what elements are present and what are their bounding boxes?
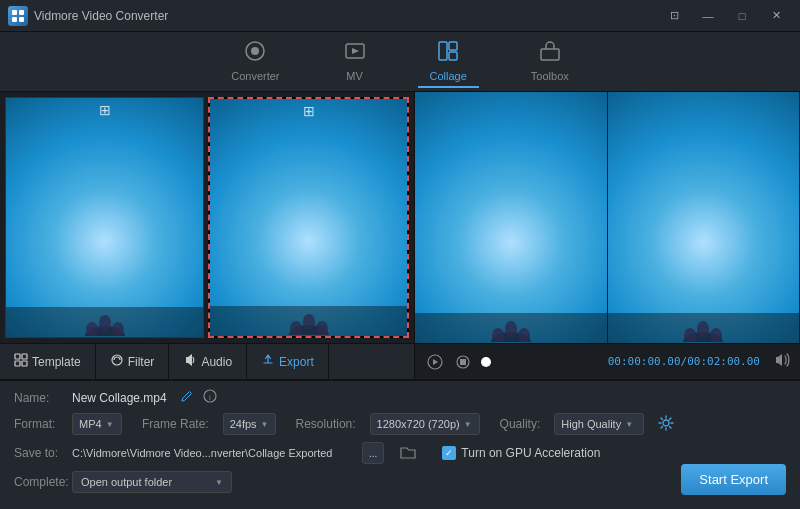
subtitle-button[interactable]: ⊡ — [658, 6, 690, 26]
gpu-row: ✓ Turn on GPU Acceleration — [442, 446, 600, 460]
stop-button[interactable] — [453, 352, 473, 372]
svg-rect-19 — [15, 354, 20, 359]
minimize-button[interactable]: — — [692, 6, 724, 26]
title-bar-left: Vidmore Video Converter — [8, 6, 168, 26]
svg-point-5 — [251, 47, 259, 55]
right-panel: 00:00:00.00/00:02:00.00 — [415, 92, 800, 379]
svg-rect-0 — [12, 10, 17, 15]
window-controls: ⊡ — □ ✕ — [658, 6, 792, 26]
frame-rate-value: 24fps — [230, 418, 257, 430]
toolbox-icon — [539, 40, 561, 67]
svg-rect-20 — [22, 354, 27, 359]
browse-button[interactable]: ... — [362, 442, 384, 464]
format-dropdown[interactable]: MP4 ▼ — [72, 413, 122, 435]
mv-label: MV — [346, 70, 363, 82]
name-row: Name: New Collage.mp4 i — [14, 389, 786, 406]
info-icon[interactable]: i — [203, 389, 217, 406]
progress-dot — [481, 357, 491, 367]
svg-point-13 — [86, 322, 98, 336]
cell-2-header: ⊞ — [303, 103, 315, 119]
svg-point-16 — [303, 314, 315, 330]
svg-point-27 — [518, 328, 530, 342]
svg-point-30 — [684, 328, 696, 342]
video-cell-2[interactable]: ⊞ — [208, 97, 409, 338]
tab-mv[interactable]: MV — [332, 36, 378, 88]
svg-point-12 — [99, 315, 111, 331]
format-value: MP4 — [79, 418, 102, 430]
gpu-label: Turn on GPU Acceleration — [461, 446, 600, 460]
collage-label: Collage — [430, 70, 467, 82]
name-label: Name: — [14, 391, 62, 405]
tab-toolbox[interactable]: Toolbox — [519, 36, 581, 88]
tab-collage[interactable]: Collage — [418, 36, 479, 88]
svg-point-31 — [710, 328, 722, 342]
gear-icon[interactable] — [658, 415, 674, 434]
maximize-button[interactable]: □ — [726, 6, 758, 26]
right-video-cell-2 — [608, 92, 801, 343]
cell-1-header: ⊞ — [99, 102, 111, 118]
export-icon — [261, 353, 275, 370]
toolbox-label: Toolbox — [531, 70, 569, 82]
tab-converter[interactable]: Converter — [219, 36, 291, 88]
start-export-button[interactable]: Start Export — [681, 464, 786, 495]
left-panel: ⊞ ⊞ — [0, 92, 415, 379]
svg-rect-34 — [460, 359, 466, 365]
close-button[interactable]: ✕ — [760, 6, 792, 26]
frame-rate-label: Frame Rate: — [142, 417, 209, 431]
converter-icon — [244, 40, 266, 67]
filter-icon — [110, 353, 124, 370]
audio-icon — [183, 353, 197, 370]
edit-icon[interactable] — [181, 390, 193, 405]
name-value: New Collage.mp4 — [72, 391, 167, 405]
template-icon — [14, 353, 28, 370]
video-cell-1[interactable]: ⊞ — [5, 97, 204, 338]
save-to-label: Save to: — [14, 446, 62, 460]
svg-point-29 — [697, 321, 709, 337]
video-preview-2: ⊞ — [210, 99, 407, 336]
collage-icon — [437, 40, 459, 67]
export-button[interactable]: Export — [247, 344, 329, 379]
quality-value: High Quality — [561, 418, 621, 430]
right-preview — [415, 92, 800, 343]
left-toolbar: Template Filter Audio — [0, 343, 414, 379]
folder-icon[interactable] — [400, 445, 416, 462]
svg-rect-9 — [449, 52, 457, 60]
complete-label: Complete: — [14, 475, 62, 489]
svg-rect-2 — [12, 17, 17, 22]
template-button[interactable]: Template — [0, 344, 96, 379]
svg-rect-22 — [22, 361, 27, 366]
svg-rect-10 — [541, 49, 559, 60]
format-row: Format: MP4 ▼ Frame Rate: 24fps ▼ Resolu… — [14, 413, 786, 435]
quality-dropdown[interactable]: High Quality ▼ — [554, 413, 644, 435]
play-button[interactable] — [425, 352, 445, 372]
save-to-row: Save to: C:\Vidmore\Vidmore Video...nver… — [14, 442, 786, 464]
cell-1-overlay — [6, 307, 203, 337]
cell-2-overlay — [210, 306, 407, 336]
converter-label: Converter — [231, 70, 279, 82]
frame-rate-arrow-icon: ▼ — [261, 420, 269, 429]
app-icon — [8, 6, 28, 26]
complete-dropdown[interactable]: Open output folder ▼ — [72, 471, 232, 493]
svg-rect-21 — [15, 361, 20, 366]
svg-rect-8 — [449, 42, 457, 50]
app-title: Vidmore Video Converter — [34, 9, 168, 23]
right-overlay-1 — [415, 313, 607, 343]
resolution-dropdown[interactable]: 1280x720 (720p) ▼ — [370, 413, 480, 435]
audio-button[interactable]: Audio — [169, 344, 247, 379]
svg-point-25 — [505, 321, 517, 337]
svg-point-14 — [112, 322, 124, 336]
filter-button[interactable]: Filter — [96, 344, 170, 379]
svg-point-18 — [316, 321, 328, 335]
right-video-preview-2 — [608, 92, 800, 343]
filter-label: Filter — [128, 355, 155, 369]
export-label: Export — [279, 355, 314, 369]
mv-icon — [344, 40, 366, 67]
main-content: ⊞ ⊞ — [0, 92, 800, 379]
volume-icon[interactable] — [774, 352, 790, 371]
svg-rect-7 — [439, 42, 447, 60]
svg-point-37 — [663, 420, 669, 426]
gpu-checkbox[interactable]: ✓ — [442, 446, 456, 460]
frame-rate-dropdown[interactable]: 24fps ▼ — [223, 413, 276, 435]
resolution-label: Resolution: — [296, 417, 356, 431]
svg-point-17 — [290, 321, 302, 335]
